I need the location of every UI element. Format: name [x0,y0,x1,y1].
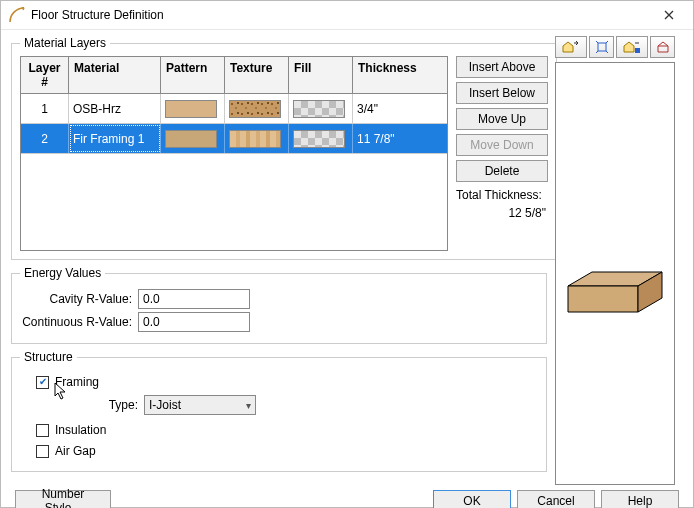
pattern-swatch[interactable] [165,130,217,148]
preview-color-button[interactable] [616,36,648,58]
material-layers-legend: Material Layers [20,36,110,50]
insulation-checkbox[interactable] [36,424,49,437]
preview-wire-button[interactable] [650,36,675,58]
air-gap-label: Air Gap [55,444,96,458]
preview-canvas[interactable] [555,62,675,485]
air-gap-checkbox[interactable] [36,445,49,458]
texture-swatch[interactable] [229,100,281,118]
pattern-swatch[interactable] [165,100,217,118]
ok-button[interactable]: OK [433,490,511,508]
fill-swatch[interactable] [293,100,345,118]
energy-values-group: Energy Values Cavity R-Value: Continuous… [11,266,547,344]
col-texture: Texture [225,57,289,93]
type-value: I-Joist [149,398,181,412]
close-icon [664,10,674,20]
cancel-button[interactable]: Cancel [517,490,595,508]
color-house-icon [622,40,642,54]
total-thickness-value: 12 5/8" [456,206,548,220]
structure-group: Structure Framing Type: I-Joist [11,350,547,472]
cell-layer: 1 [41,102,48,116]
insert-above-button[interactable]: Insert Above [456,56,548,78]
cell-thickness: 11 7/8" [357,132,395,146]
cell-thickness: 3/4" [357,102,378,116]
cell-material: OSB-Hrz [73,102,121,116]
layers-table[interactable]: Layer # Material Pattern Texture Fill Th… [20,56,448,251]
floor-structure-dialog: Floor Structure Definition Material Laye… [0,0,694,508]
col-pattern: Pattern [161,57,225,93]
texture-swatch[interactable] [229,130,281,148]
delete-button[interactable]: Delete [456,160,548,182]
help-button[interactable]: Help [601,490,679,508]
chevron-down-icon: ▾ [246,400,251,411]
preview-toolbar [555,36,675,60]
close-button[interactable] [649,1,689,29]
wireframe-icon [656,40,670,54]
move-up-button[interactable]: Move Up [456,108,548,130]
move-down-button[interactable]: Move Down [456,134,548,156]
table-row[interactable]: 2 Fir Framing 1 11 7/8" [21,124,447,154]
continuous-r-input[interactable] [138,312,250,332]
energy-values-legend: Energy Values [20,266,105,280]
type-label: Type: [56,398,138,412]
framing-checkbox[interactable] [36,376,49,389]
col-material: Material [69,57,161,93]
cell-material: Fir Framing 1 [73,132,144,146]
table-header: Layer # Material Pattern Texture Fill Th… [21,57,447,94]
table-row[interactable]: 1 OSB-Hrz 3/4" [21,94,447,124]
preview-extents-button[interactable] [589,36,614,58]
preview-panel [555,36,675,485]
bottom-bar: Number Style... OK Cancel Help [11,485,683,508]
titlebar: Floor Structure Definition [1,1,693,30]
house-icon [561,40,581,54]
layer-side-buttons: Insert Above Insert Below Move Up Move D… [456,56,548,251]
type-select[interactable]: I-Joist ▾ [144,395,256,415]
insert-below-button[interactable]: Insert Below [456,82,548,104]
svg-rect-0 [598,43,606,51]
app-icon [9,7,25,23]
cavity-r-label: Cavity R-Value: [20,292,132,306]
preview-house-button[interactable] [555,36,587,58]
structure-legend: Structure [20,350,77,364]
insulation-label: Insulation [55,423,106,437]
window-title: Floor Structure Definition [31,8,649,22]
col-fill: Fill [289,57,353,93]
material-layers-group: Material Layers Layer # Material Pattern… [11,36,557,260]
svg-rect-1 [635,48,640,53]
col-layer: Layer # [21,57,69,93]
cavity-r-input[interactable] [138,289,250,309]
fill-swatch[interactable] [293,130,345,148]
cell-layer: 2 [41,132,48,146]
col-thickness: Thickness [353,57,429,93]
framing-label: Framing [55,375,99,389]
number-style-button[interactable]: Number Style... [15,490,111,508]
extents-icon [595,40,609,54]
total-thickness-label: Total Thickness: [456,188,548,202]
preview-3d-box [556,63,674,481]
continuous-r-label: Continuous R-Value: [20,315,132,329]
